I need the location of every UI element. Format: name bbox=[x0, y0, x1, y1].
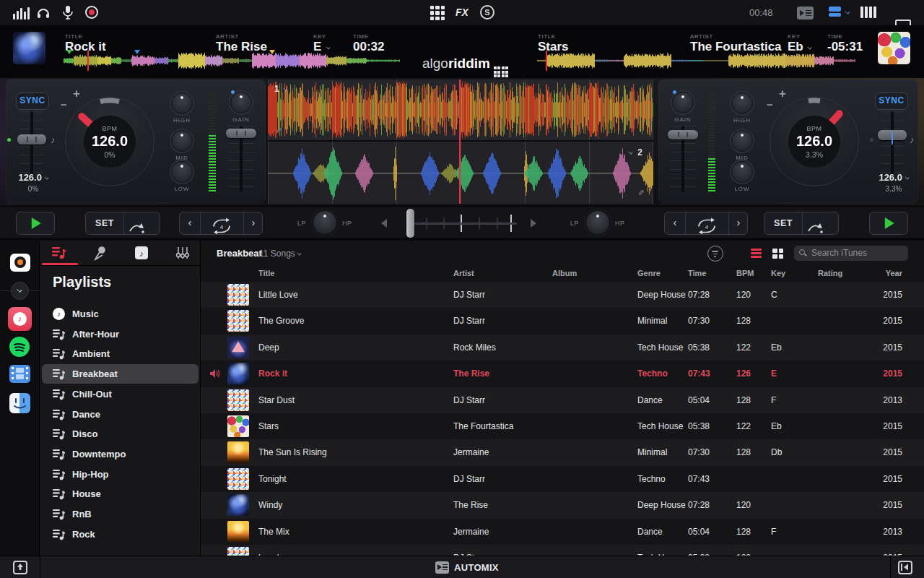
col-artist[interactable]: Artist bbox=[453, 269, 474, 277]
table-row[interactable]: Deep Rock Miles Tech House 05:38 122 Eb … bbox=[201, 335, 924, 361]
video-library-button[interactable] bbox=[9, 365, 30, 383]
deck-b-filter-knob[interactable] bbox=[585, 210, 610, 235]
col-time[interactable]: Time bbox=[688, 269, 706, 277]
deck-b-gain-knob[interactable] bbox=[672, 92, 694, 113]
headphones-icon[interactable] bbox=[36, 5, 51, 20]
app-grid-icon[interactable] bbox=[430, 6, 445, 20]
col-year[interactable]: Year bbox=[876, 269, 902, 277]
playlist-item-rock[interactable]: Rock bbox=[42, 525, 199, 544]
table-row[interactable]: The Mix Jermaine Dance 05:04 128 F 2013 bbox=[201, 519, 924, 545]
deck-b-keylock-icon[interactable]: ♪ bbox=[910, 134, 915, 145]
columns-view-icon[interactable] bbox=[860, 7, 878, 21]
crossfader-handle[interactable] bbox=[406, 209, 414, 238]
table-row[interactable]: Windy The Rise Deep House 07:28 120 2015 bbox=[201, 492, 924, 518]
deck-b-main-waveform[interactable] bbox=[268, 142, 653, 204]
deck-b-tempo-fader-track[interactable] bbox=[891, 111, 894, 181]
song-count[interactable]: 11 Songs bbox=[259, 249, 301, 259]
deck-b-play-button[interactable] bbox=[869, 212, 908, 235]
automix-queue-icon[interactable] bbox=[797, 7, 814, 20]
table-row[interactable]: Star Dust DJ Starr Dance 05:04 128 F 201… bbox=[201, 387, 924, 413]
table-row[interactable]: The Sun Is Rising Jermaine Minimal 07:30… bbox=[201, 439, 924, 465]
deck-b-set-cue-button[interactable]: SET bbox=[764, 212, 802, 234]
cue-marker-green[interactable] bbox=[66, 50, 72, 54]
deck-a-tempo-fader-handle[interactable] bbox=[17, 134, 46, 144]
loop-double-button[interactable]: › bbox=[728, 212, 749, 234]
playlist-item-house[interactable]: House bbox=[42, 484, 199, 504]
deck-b-tempo-fader-handle[interactable] bbox=[878, 130, 907, 140]
deck-b-jog-dial[interactable]: BPM126.03.3% bbox=[770, 97, 859, 186]
microphone-icon[interactable] bbox=[62, 5, 74, 20]
deck-b-eq-mid-knob[interactable] bbox=[731, 130, 753, 152]
col-bpm[interactable]: BPM bbox=[736, 269, 754, 277]
playlist-item-music[interactable]: ♪ Music bbox=[42, 304, 199, 324]
equalizer-icon[interactable] bbox=[13, 7, 31, 20]
playlist-item-dance[interactable]: Dance bbox=[42, 405, 199, 424]
deck-b-sync-button[interactable]: SYNC bbox=[875, 92, 908, 110]
deck-a-main-waveform[interactable] bbox=[268, 79, 653, 140]
tab-songs-icon[interactable]: ♪ bbox=[134, 246, 149, 260]
col-album[interactable]: Album bbox=[552, 269, 577, 277]
deck-b-volume-fader-handle[interactable] bbox=[668, 130, 698, 139]
crossfader-left-arrow[interactable] bbox=[381, 219, 387, 228]
deck-a-overview-waveform[interactable] bbox=[64, 51, 400, 71]
deck-2-label[interactable]: 2 bbox=[629, 147, 642, 158]
crossfader-right-arrow[interactable] bbox=[531, 219, 536, 228]
deck-a-keylock-icon[interactable]: ♪ bbox=[51, 134, 56, 145]
collapse-library-button[interactable] bbox=[898, 561, 912, 574]
playlist-item-chill-out[interactable]: Chill-Out bbox=[42, 384, 199, 404]
cue-marker-blue[interactable] bbox=[134, 50, 140, 54]
deck-layout-button[interactable] bbox=[829, 7, 841, 17]
deck-b-tempo-value[interactable]: 126.0 bbox=[871, 172, 917, 183]
loop-halve-button[interactable]: ‹ bbox=[665, 212, 685, 234]
sampler-icon[interactable]: S bbox=[480, 5, 494, 20]
spotify-source-button[interactable] bbox=[9, 337, 30, 357]
filter-icon[interactable] bbox=[707, 246, 723, 262]
table-row[interactable]: Rock it The Rise Techno 07:43 126 E 2015 bbox=[201, 361, 924, 387]
tab-microphone-icon[interactable] bbox=[94, 246, 106, 261]
tab-playlists-icon[interactable] bbox=[52, 246, 66, 259]
deck-a-gain-knob[interactable] bbox=[230, 92, 252, 113]
deck-a-eq-high-knob[interactable] bbox=[171, 92, 193, 114]
deck-b-jump-cue-icon[interactable] bbox=[806, 217, 825, 238]
deck-b-overview-waveform[interactable] bbox=[537, 51, 855, 71]
list-view-icon[interactable] bbox=[751, 249, 762, 260]
record-icon[interactable] bbox=[85, 6, 98, 19]
fx-button[interactable]: FX bbox=[456, 7, 468, 18]
playlist-item-disco[interactable]: Disco bbox=[42, 424, 199, 444]
deck-a-set-cue-button[interactable]: SET bbox=[86, 212, 123, 234]
deck-a-sync-button[interactable]: SYNC bbox=[16, 92, 49, 110]
loop-double-button[interactable]: › bbox=[243, 212, 263, 234]
deck-a-beatgrid-edit-icon[interactable]: ✎ bbox=[274, 127, 283, 134]
deck-b-eq-high-knob[interactable] bbox=[731, 92, 753, 114]
playlist-item-breakbeat[interactable]: Breakbeat bbox=[42, 364, 199, 384]
col-title[interactable]: Title bbox=[258, 269, 274, 277]
deck-a-volume-fader-handle[interactable] bbox=[226, 129, 256, 138]
deck-a-jog-dial[interactable]: BPM126.00% bbox=[65, 97, 154, 186]
deck-a-play-button[interactable] bbox=[16, 212, 55, 235]
tab-mixer-icon[interactable] bbox=[175, 246, 190, 260]
playlist-item-after-hour[interactable]: After-Hour bbox=[42, 324, 199, 344]
deck-a-jump-cue-icon[interactable] bbox=[128, 217, 147, 238]
loop-halve-button[interactable]: ‹ bbox=[180, 212, 200, 234]
col-rating[interactable]: Rating bbox=[818, 269, 842, 277]
playlist-item-ambient[interactable]: Ambient bbox=[42, 344, 199, 363]
col-key[interactable]: Key bbox=[771, 269, 785, 277]
grid-view-icon[interactable] bbox=[772, 249, 783, 259]
deck-b-eq-low-knob[interactable] bbox=[731, 161, 753, 183]
table-row[interactable]: The Groove DJ Starr Minimal 07:30 128 20… bbox=[201, 308, 924, 334]
table-row[interactable]: Levels DJ Starr Tech House 05:38 122 201… bbox=[201, 545, 924, 556]
deck-a-eq-mid-knob[interactable] bbox=[171, 130, 193, 152]
deck-b-beatgrid-edit-icon[interactable]: ✎ bbox=[636, 189, 645, 196]
col-genre[interactable]: Genre bbox=[637, 269, 661, 277]
sidebar-collapse-button[interactable] bbox=[11, 282, 29, 300]
layout-chevron-icon[interactable] bbox=[845, 9, 850, 14]
cue-marker-yellow[interactable] bbox=[269, 50, 275, 54]
video-projector-icon[interactable] bbox=[10, 254, 30, 272]
deck-a-tempo-value[interactable]: 126.0 bbox=[10, 172, 56, 183]
deck-a-filter-knob[interactable] bbox=[313, 210, 337, 235]
deck-a-eq-low-knob[interactable] bbox=[171, 161, 193, 183]
search-input[interactable]: Search iTunes bbox=[794, 246, 908, 261]
table-row[interactable]: Tonight DJ Starr Techno 07:43 2015 bbox=[201, 466, 924, 492]
table-row[interactable]: Stars The Fourtastica Tech House 05:38 1… bbox=[201, 413, 924, 439]
playlist-item-rnb[interactable]: RnB bbox=[42, 504, 199, 524]
